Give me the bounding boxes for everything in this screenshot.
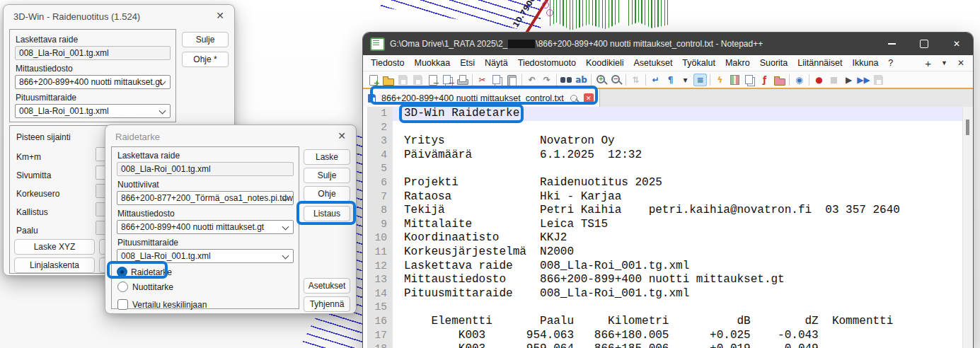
close-all-files-icon[interactable]: −: [441, 74, 454, 86]
menu-item-ikkuna[interactable]: Ikkuna: [848, 58, 884, 68]
editor-line[interactable]: 12Laskettava raide 008_Lla-Roi_001.tg.xm…: [363, 260, 973, 274]
nuottiviivat-dropdown[interactable]: 866+200-877+200_Törmä_osa1_notes.pi.tdw: [117, 191, 294, 205]
scrollbar-thumb[interactable]: [966, 120, 969, 135]
copy-icon[interactable]: [490, 74, 504, 86]
editor-line[interactable]: 10Koordinaatisto KKJ2: [363, 231, 973, 245]
word-wrap-icon[interactable]: ↵: [649, 74, 662, 86]
print-icon[interactable]: [456, 74, 469, 86]
menu-item-tykalut[interactable]: Työkalut: [677, 58, 720, 68]
pituusmittaraide-dropdown[interactable]: 008_Lla-Roi_001.tg.xml: [117, 249, 294, 263]
editor-line[interactable]: 7Rataosa Hki - Karjaa: [363, 190, 973, 204]
find-icon[interactable]: [560, 74, 573, 86]
document-map-icon[interactable]: [728, 74, 742, 86]
editor-line[interactable]: 18 K003 959.064 866+185.006 +0.019 -0.04…: [363, 342, 973, 348]
raidetarke-radio-row[interactable]: Raidetarke: [117, 266, 294, 278]
line-text: K003 959.064 866+185.006 +0.019 -0.049: [393, 342, 973, 348]
new-tab-icon[interactable]: +: [925, 57, 931, 69]
ohje-button[interactable]: Ohje: [304, 186, 350, 202]
editor-line[interactable]: 3Yritys Novatron Oy: [363, 134, 973, 149]
tyhjenna-button[interactable]: Tyhjennä: [304, 296, 350, 312]
folder-as-workspace-icon[interactable]: [773, 74, 786, 86]
cut-icon[interactable]: ✂: [475, 74, 489, 86]
editor-line[interactable]: 9Mittalaite Leica TS15: [363, 218, 973, 232]
tab-list-icon[interactable]: ▼: [941, 59, 947, 66]
vertailu-checkbox[interactable]: [117, 299, 128, 310]
editor-line[interactable]: 14Pituusmittaraide 008_Lla-Roi_001.tg.xm…: [363, 287, 973, 301]
notepadpp-titlebar[interactable]: G:\Oma Drive\1_RATA 2025\2_\866+200-899+…: [363, 33, 973, 55]
vertailu-checkbox-row[interactable]: Vertailu keskilinjaan: [117, 298, 294, 311]
vertical-scrollbar[interactable]: [962, 107, 973, 348]
editor-line[interactable]: 11Korkeusjärjestelmä N2000: [363, 245, 973, 260]
line-text: Mittalaite Leica TS15: [393, 218, 973, 232]
undo-icon[interactable]: ↶: [525, 74, 538, 86]
menu-item-koodikieli[interactable]: Koodikieli: [581, 58, 629, 68]
pituusmittaraide-label: Pituusmittaraide: [117, 238, 294, 248]
chevron-down-icon: [159, 108, 166, 115]
show-all-characters-icon[interactable]: ¶: [664, 74, 677, 86]
toolbar-dropdown-icon[interactable]: ▾: [679, 74, 692, 86]
shortcut-mapper-icon[interactable]: ϟ: [713, 74, 727, 86]
minimize-button[interactable]: [875, 33, 908, 55]
close-file-icon[interactable]: −: [426, 74, 439, 86]
menu-item-?[interactable]: ?: [883, 58, 898, 68]
monitoring-eye-icon[interactable]: ◉: [792, 74, 806, 86]
menu-item-asetukset[interactable]: Asetukset: [628, 58, 677, 68]
sulje-button[interactable]: Sulje: [182, 32, 229, 47]
editor-line[interactable]: 13D-Win Raidetarke: [363, 107, 973, 121]
indent-guides-icon[interactable]: ≡: [693, 74, 707, 86]
mittaustiedosto-dropdown[interactable]: 866+200-899+400 nuotti mittaukset.gt: [15, 75, 171, 89]
menu-item-tiedosto[interactable]: Tiedosto: [366, 58, 409, 68]
editor-line[interactable]: 2: [363, 121, 973, 135]
macro-run-multiple-icon[interactable]: ▶▶: [857, 74, 870, 86]
close-icon[interactable]: ✕: [338, 130, 346, 141]
nuottitarke-radio[interactable]: [117, 282, 128, 292]
editor-area[interactable]: 13D-Win Raidetarke23Yritys Novatron Oy4P…: [363, 107, 973, 348]
linjalaskenta-button[interactable]: Linjalaskenta: [14, 257, 95, 273]
laske-button[interactable]: Laske: [304, 149, 350, 165]
pituusmittaraide-dropdown[interactable]: 008_Lla-Roi_001.tg.xml: [15, 104, 171, 118]
close-tab-icon[interactable]: ✕: [584, 93, 594, 103]
menu-item-makro[interactable]: Makro: [720, 58, 755, 68]
editor-line[interactable]: 17 K003 954.063 866+180.005 +0.025 -0.04…: [363, 329, 973, 343]
laskettava-raide-field[interactable]: 008_Lla-Roi_001.tg.xml: [117, 162, 294, 176]
editor-line[interactable]: 6Projekti Raidenuotitus 2025: [363, 176, 973, 190]
redo-icon[interactable]: ↷: [540, 74, 553, 86]
editor-line[interactable]: 4Päivämäärä 6.1.2025 12:32: [363, 149, 973, 163]
paste-icon[interactable]: [505, 74, 519, 86]
editor-line[interactable]: 5: [363, 162, 973, 176]
menu-item-muokkaa[interactable]: Muokkaa: [409, 58, 455, 68]
document-list-icon[interactable]: [743, 74, 756, 86]
mittaustiedosto-dropdown[interactable]: 866+200-899+400 nuotti mittaukset.gt: [117, 220, 294, 234]
pin-tab-icon[interactable]: [570, 95, 577, 102]
menu-item-tiedostomuoto[interactable]: Tiedostomuoto: [513, 58, 581, 68]
editor-line[interactable]: 13Mittaustiedosto 866+200-899+400 nuotti…: [363, 273, 973, 287]
sulje-button[interactable]: Sulje: [304, 168, 350, 183]
ohje-button[interactable]: Ohje *: [182, 52, 229, 67]
new-file-icon[interactable]: +: [367, 74, 380, 86]
menu-item-suorita[interactable]: Suorita: [755, 58, 793, 68]
raidetarke-radio[interactable]: [117, 267, 127, 277]
zoom-in-icon[interactable]: +: [594, 74, 608, 86]
close-button[interactable]: ✕: [940, 33, 973, 55]
editor-line[interactable]: 8Tekijä Petri Kaihia petri.kaihia@novatr…: [363, 204, 973, 218]
close-tab-icon[interactable]: ✕: [957, 58, 964, 68]
listaus-button[interactable]: Listaus: [304, 206, 350, 221]
function-list-icon[interactable]: ƒ: [758, 74, 771, 86]
asetukset-button[interactable]: Asetukset: [304, 278, 350, 294]
maximize-button[interactable]: [908, 33, 940, 55]
macro-record-icon[interactable]: ●: [812, 74, 826, 86]
active-tab[interactable]: 866+200-899+400 nuotti mittaukset_contro…: [363, 89, 600, 108]
zoom-out-icon[interactable]: −: [609, 74, 623, 86]
close-icon[interactable]: ✕: [216, 10, 224, 21]
laskettava-raide-field[interactable]: 008_Lla-Roi_001.tg.xml: [15, 46, 171, 60]
editor-line[interactable]: 16 Elementti Paalu Kilometri dB dZ Komme…: [363, 315, 973, 329]
editor-line[interactable]: 15: [363, 301, 973, 315]
nuottitarke-radio-row[interactable]: Nuottitarke: [117, 281, 294, 293]
macro-play-icon[interactable]: ▶: [842, 74, 855, 86]
laske-xyz-button[interactable]: Laske XYZ: [14, 239, 95, 255]
menu-item-etsi[interactable]: Etsi: [455, 58, 480, 68]
replace-icon[interactable]: ab: [575, 74, 588, 86]
open-file-icon[interactable]: [381, 74, 395, 86]
menu-item-liitnniset[interactable]: Liitännäiset: [792, 58, 847, 68]
menu-item-nyt[interactable]: Näytä: [480, 58, 513, 68]
